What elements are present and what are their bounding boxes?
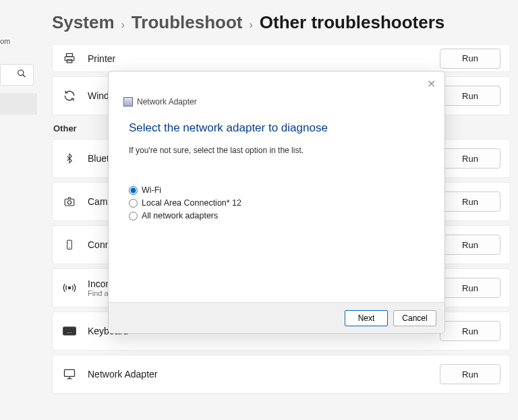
svg-rect-12 [67, 329, 69, 330]
monitor-icon [62, 367, 77, 381]
dialog-body: Select the network adapter to diagnose I… [109, 107, 444, 302]
keyboard-icon [62, 326, 77, 336]
printer-icon [62, 53, 77, 65]
radio-label: Local Area Connection* 12 [142, 198, 241, 208]
radio-label: All network adapters [142, 211, 218, 220]
search-icon [17, 69, 26, 81]
run-button[interactable]: Run [440, 86, 500, 106]
svg-point-6 [67, 201, 71, 204]
chevron-right-icon: › [121, 19, 125, 31]
svg-rect-14 [71, 329, 73, 330]
dialog-header: Network Adapter [109, 71, 444, 107]
broadcast-icon [62, 281, 77, 295]
troubleshooter-label: Printer [88, 53, 429, 64]
svg-rect-13 [69, 329, 71, 330]
close-icon: ✕ [427, 78, 436, 90]
radio-option-wifi[interactable]: Wi-Fi [129, 185, 424, 195]
search-input[interactable] [0, 64, 34, 86]
svg-rect-2 [67, 53, 73, 57]
dialog-description: If you're not sure, select the last opti… [129, 146, 424, 155]
sidebar-truncated-text: om [0, 37, 10, 45]
dialog-title: Select the network adapter to diagnose [129, 121, 424, 135]
svg-rect-15 [66, 332, 73, 334]
svg-rect-10 [63, 327, 76, 335]
run-button[interactable]: Run [440, 321, 500, 341]
troubleshooter-label: Network Adapter [88, 369, 429, 380]
run-button[interactable]: Run [440, 148, 500, 169]
breadcrumb-troubleshoot[interactable]: Troubleshoot [132, 12, 243, 33]
run-button[interactable]: Run [440, 235, 500, 255]
next-button[interactable]: Next [345, 310, 388, 326]
cancel-button[interactable]: Cancel [393, 310, 436, 326]
network-adapter-dialog: ✕ Network Adapter Select the network ada… [108, 71, 445, 334]
radio-input[interactable] [129, 186, 138, 195]
troubleshooter-row-printer: Printer Run [52, 45, 511, 72]
sync-icon [62, 89, 77, 102]
troubleshooter-row-network-adapter: Network Adapter Run [52, 355, 511, 394]
radio-input[interactable] [129, 199, 138, 208]
radio-option-all[interactable]: All network adapters [129, 211, 424, 220]
svg-line-1 [23, 75, 26, 78]
sidebar: om [0, 0, 37, 420]
radio-input[interactable] [129, 212, 138, 220]
camera-icon [62, 196, 77, 208]
run-button[interactable]: Run [440, 364, 500, 384]
page-title: Other troubleshooters [260, 12, 444, 33]
dialog-app-name: Network Adapter [137, 97, 197, 107]
breadcrumb: System › Troubleshoot › Other troublesho… [52, 12, 511, 33]
breadcrumb-system[interactable]: System [52, 12, 115, 33]
radio-label: Wi-Fi [142, 185, 161, 195]
run-button[interactable]: Run [440, 49, 500, 69]
svg-rect-5 [65, 199, 74, 206]
radio-option-lan[interactable]: Local Area Connection* 12 [129, 198, 424, 208]
svg-rect-4 [67, 59, 72, 63]
svg-point-0 [18, 70, 24, 76]
svg-rect-11 [65, 329, 66, 330]
close-button[interactable]: ✕ [423, 76, 439, 92]
app-icon [123, 97, 133, 107]
phone-icon [62, 238, 77, 251]
sidebar-selected-item[interactable] [0, 93, 37, 115]
svg-rect-16 [65, 369, 75, 376]
bluetooth-icon [62, 152, 77, 165]
run-button[interactable]: Run [440, 191, 500, 212]
chevron-right-icon: › [250, 19, 253, 31]
svg-point-9 [68, 287, 70, 289]
dialog-footer: Next Cancel [109, 302, 444, 333]
run-button[interactable]: Run [440, 278, 500, 298]
